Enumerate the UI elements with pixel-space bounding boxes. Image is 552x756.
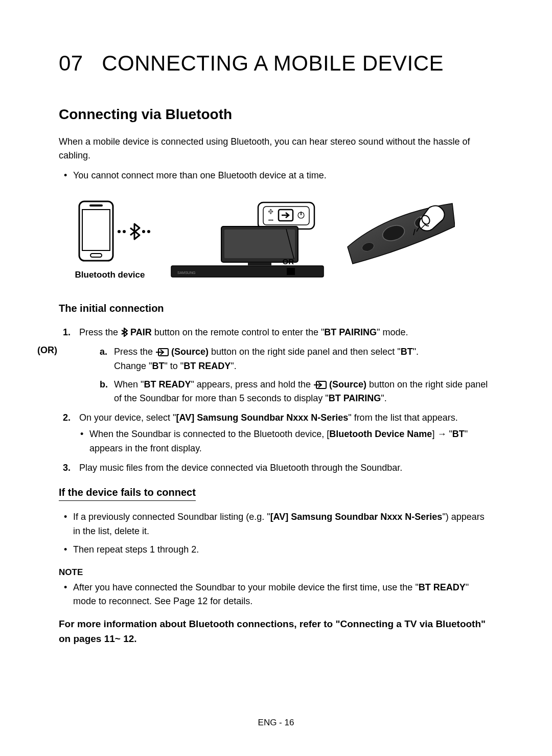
soundbar-illustration: + − SAMSUNG: [166, 198, 340, 280]
svg-point-5: [123, 230, 126, 233]
sub-steps-list: Press the (Source) button on the right s…: [79, 345, 493, 406]
chapter-number: 07: [59, 51, 83, 75]
svg-text:SAMSUNG: SAMSUNG: [177, 271, 195, 274]
intro-bullet-list: You cannot connect more than one Bluetoo…: [59, 169, 493, 183]
step-2: On your device, select "[AV] Samsung Sou…: [59, 411, 493, 456]
chapter-title: 07 CONNECTING A MOBILE DEVICE: [59, 51, 493, 76]
fail-bullet-list: If a previously connected Soundbar listi…: [59, 510, 493, 557]
chapter-name: CONNECTING A MOBILE DEVICE: [102, 51, 444, 75]
step-2-bullets: When the Soundbar is connected to the Bl…: [79, 427, 493, 456]
svg-rect-0: [79, 201, 113, 261]
svg-rect-18: [248, 262, 271, 265]
fail-bullet-2: Then repeat steps 1 through 2.: [73, 543, 493, 557]
intro-bullet-item: You cannot connect more than one Bluetoo…: [73, 169, 493, 183]
svg-point-4: [118, 230, 121, 233]
initial-steps-list: Press the PAIR button on the remote cont…: [59, 326, 493, 340]
svg-rect-2: [89, 204, 103, 207]
source-icon: [155, 348, 169, 356]
figure-soundbar-wrap: + − SAMSUNG OR: [166, 198, 340, 282]
phone-caption: Bluetooth device: [64, 270, 156, 280]
svg-rect-21: [287, 268, 295, 275]
initial-steps-list-cont: On your device, select "[AV] Samsung Sou…: [59, 411, 493, 475]
sub-step-a: Press the (Source) button on the right s…: [100, 345, 493, 374]
svg-rect-3: [90, 254, 102, 257]
svg-rect-1: [82, 210, 110, 250]
svg-point-6: [142, 230, 145, 233]
note-bullet-list: After you have connected the Soundbar to…: [59, 581, 493, 609]
figure-row: Bluetooth device + − SAMSUNG: [59, 198, 493, 282]
page-footer: ENG - 16: [0, 718, 552, 728]
step-1: Press the PAIR button on the remote cont…: [59, 326, 493, 340]
or-label: OR: [283, 257, 294, 266]
source-icon: [313, 381, 327, 389]
figure-phone: Bluetooth device: [64, 198, 156, 280]
intro-paragraph: When a mobile device is connected using …: [59, 135, 493, 163]
svg-rect-17: [224, 230, 295, 258]
fail-connect-title: If the device fails to connect: [59, 487, 196, 501]
note-title: NOTE: [59, 567, 493, 578]
svg-text:+: +: [268, 207, 273, 216]
remote-illustration: [345, 198, 455, 265]
sub-step-b: When "BT READY" appears, press and hold …: [100, 378, 493, 406]
or-prefix: (OR): [37, 345, 57, 356]
note-bullet: After you have connected the Soundbar to…: [73, 581, 493, 609]
svg-text:−: −: [268, 216, 273, 224]
fail-bullet-1: If a previously connected Soundbar listi…: [73, 510, 493, 539]
bluetooth-icon: [121, 328, 128, 337]
svg-point-7: [147, 230, 150, 233]
step-3: Play music files from the device connect…: [59, 461, 493, 475]
or-alternative-block: (OR) Press the (Source) button on the ri…: [59, 345, 493, 406]
section-title: Connecting via Bluetooth: [59, 106, 493, 123]
closing-reference: For more information about Bluetooth con…: [59, 617, 493, 646]
step-2-bullet: When the Soundbar is connected to the Bl…: [89, 427, 493, 456]
initial-connection-title: The initial connection: [59, 303, 493, 316]
phone-bluetooth-illustration: [64, 198, 156, 265]
